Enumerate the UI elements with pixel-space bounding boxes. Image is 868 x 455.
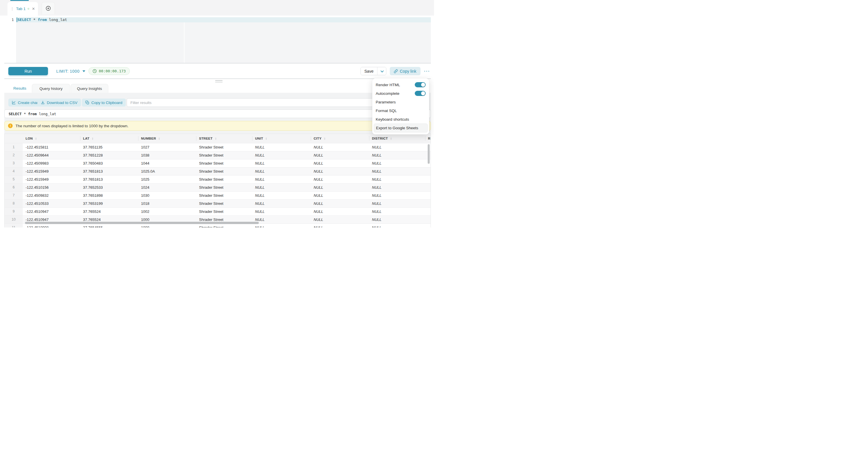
tab-query-insights[interactable]: Query Insights bbox=[71, 84, 108, 93]
table-cell: NULL bbox=[369, 151, 425, 159]
clock-icon bbox=[92, 69, 97, 73]
render-html-toggle[interactable] bbox=[415, 82, 426, 87]
table-cell: NULL bbox=[252, 191, 311, 199]
new-tab-button[interactable] bbox=[42, 2, 55, 14]
table-cell: NULL bbox=[369, 191, 425, 199]
sql-editor[interactable]: 1 SELECT * from long_lat bbox=[4, 16, 431, 63]
table-cell: 37.7652533 bbox=[80, 183, 138, 191]
col-header-unit[interactable]: UNIT▲▼ bbox=[252, 134, 311, 143]
table-cell: NULL bbox=[369, 167, 425, 175]
table-cell: Shrader Street bbox=[196, 159, 252, 167]
table-cell: 1025 bbox=[138, 175, 196, 183]
tab-1[interactable]: ⋮ Tab 1 ✕ bbox=[7, 2, 38, 16]
vertical-scrollbar[interactable] bbox=[428, 144, 430, 164]
table-row[interactable]: 6 -122.4510156 37.7652533 1024 Shrader S… bbox=[5, 183, 431, 191]
menu-item-export-google-sheets[interactable]: Export to Google Sheets bbox=[374, 123, 428, 132]
table-row[interactable]: 5 -122.4515949 37.7651813 1025 Shrader S… bbox=[5, 175, 431, 183]
col-header-lat[interactable]: LAT▲▼ bbox=[80, 134, 138, 143]
row-number: 10 bbox=[5, 215, 23, 223]
table-cell: -122.4509832 bbox=[23, 191, 80, 199]
row-number: 2 bbox=[5, 151, 23, 159]
table-cell: NULL bbox=[311, 183, 369, 191]
table-row[interactable]: 3 -122.4509983 37.7650483 1044 Shrader S… bbox=[5, 159, 431, 167]
sort-icon[interactable]: ▲▼ bbox=[92, 137, 93, 140]
download-csv-button[interactable]: Download to CSV bbox=[37, 98, 81, 107]
table-cell: Shrader Street bbox=[196, 223, 252, 228]
col-header-number[interactable]: NUMBER▲▼ bbox=[138, 134, 196, 143]
col-header-lon[interactable]: LON▲▼ bbox=[23, 134, 80, 143]
query-toolbar: Run LIMIT: 1000 00:00:00.173 Save Copy l… bbox=[4, 63, 431, 79]
table-row[interactable]: 2 -122.4509644 37.7651228 1038 Shrader S… bbox=[5, 151, 431, 159]
col-header-street[interactable]: STREET▲▼ bbox=[196, 134, 252, 143]
row-number: 9 bbox=[5, 207, 23, 215]
limit-value: 1000 bbox=[70, 69, 80, 73]
col-header-city[interactable]: CITY▲▼ bbox=[311, 134, 369, 143]
save-options-button[interactable] bbox=[377, 67, 386, 75]
table-cell: Shrader Street bbox=[196, 191, 252, 199]
row-number: 11 bbox=[5, 223, 23, 228]
text-cursor bbox=[17, 18, 17, 22]
splitter-drag-handle-icon[interactable] bbox=[215, 80, 223, 83]
menu-item-autocomplete[interactable]: Autocomplete bbox=[372, 89, 429, 98]
table-row[interactable]: 9 -122.4510947 37.765524 1002 Shrader St… bbox=[5, 207, 431, 215]
menu-item-render-html[interactable]: Render HTML bbox=[372, 81, 429, 89]
print-margin-ruler bbox=[184, 22, 185, 63]
sort-icon[interactable]: ▲▼ bbox=[215, 137, 217, 140]
table-cell: NULL bbox=[252, 199, 311, 207]
table-cell: NULL bbox=[252, 183, 311, 191]
copy-link-button[interactable]: Copy link bbox=[390, 67, 421, 75]
save-button[interactable]: Save bbox=[361, 67, 377, 75]
table-row[interactable]: 8 -122.4510533 37.7653199 1018 Shrader S… bbox=[5, 199, 431, 207]
row-number: 4 bbox=[5, 167, 23, 175]
plus-circle-icon bbox=[46, 6, 51, 11]
table-row[interactable]: 4 -122.4515949 37.7651813 1025.0A Shrade… bbox=[5, 167, 431, 175]
sort-icon[interactable]: ▲▼ bbox=[35, 137, 37, 140]
sort-icon[interactable]: ▲▼ bbox=[390, 137, 392, 140]
table-cell: 37.7651813 bbox=[80, 167, 138, 175]
menu-item-parameters[interactable]: Parameters bbox=[372, 98, 429, 106]
more-options-button[interactable]: ··· bbox=[421, 67, 433, 75]
results-tab-bar: Results Query history Query Insights bbox=[4, 84, 431, 93]
sql-lab-page: ⋮ Tab 1 ✕ 1 SELECT * from long_lat Run L… bbox=[0, 0, 434, 228]
preview-star: * bbox=[24, 112, 26, 116]
tab-label: Tab 1 bbox=[16, 7, 26, 11]
limit-dropdown[interactable]: LIMIT: 1000 bbox=[56, 67, 85, 75]
table-cell: NULL bbox=[369, 215, 425, 223]
tab-query-history[interactable]: Query history bbox=[32, 84, 70, 93]
menu-item-format-sql[interactable]: Format SQL bbox=[372, 106, 429, 115]
tab-results[interactable]: Results bbox=[8, 84, 31, 93]
horizontal-scrollbar[interactable] bbox=[25, 222, 259, 224]
menu-item-keyboard-shortcuts[interactable]: Keyboard shortcuts bbox=[372, 115, 429, 123]
table-cell: 37.7651135 bbox=[80, 143, 138, 151]
table-cell bbox=[425, 175, 431, 183]
table-row[interactable]: 1 -122.4515811 37.7651135 1027 Shrader S… bbox=[5, 143, 431, 151]
sql-table-name: long_lat bbox=[49, 18, 67, 22]
table-cell: -122.4510156 bbox=[23, 183, 80, 191]
copy-clipboard-label: Copy to Clipboard bbox=[91, 100, 122, 105]
table-cell: -122.4509644 bbox=[23, 151, 80, 159]
col-header-district[interactable]: DISTRICT▲▼ bbox=[369, 134, 425, 143]
table-cell: -122.4515811 bbox=[23, 143, 80, 151]
sql-code-line: SELECT * from long_lat bbox=[18, 17, 67, 22]
close-icon[interactable]: ✕ bbox=[32, 7, 35, 11]
copy-clipboard-button[interactable]: Copy to Clipboard bbox=[82, 98, 126, 107]
autocomplete-toggle[interactable] bbox=[415, 91, 426, 96]
table-cell: 37.7651813 bbox=[80, 175, 138, 183]
sort-icon[interactable]: ▲▼ bbox=[158, 137, 160, 140]
table-cell: 1044 bbox=[138, 159, 196, 167]
table-cell: NULL bbox=[311, 223, 369, 228]
sort-icon[interactable]: ▲▼ bbox=[266, 137, 267, 140]
table-cell: NULL bbox=[311, 143, 369, 151]
run-button[interactable]: Run bbox=[8, 67, 48, 75]
col-header-re[interactable]: RE bbox=[425, 134, 431, 143]
sort-icon[interactable]: ▲▼ bbox=[324, 137, 326, 140]
query-timer-badge: 00:00:00.173 bbox=[89, 67, 130, 75]
chevron-down-icon bbox=[380, 69, 384, 72]
chart-icon bbox=[12, 100, 16, 104]
row-number: 6 bbox=[5, 183, 23, 191]
table-cell: -122.4510908 bbox=[23, 223, 80, 228]
table-row[interactable]: 11 -122.4510908 37.7654555 1008 Shrader … bbox=[5, 223, 431, 228]
table-row[interactable]: 7 -122.4509832 37.7651898 1030 Shrader S… bbox=[5, 191, 431, 199]
table-cell: NULL bbox=[311, 191, 369, 199]
drag-dots-icon: ⋮ bbox=[10, 7, 14, 11]
